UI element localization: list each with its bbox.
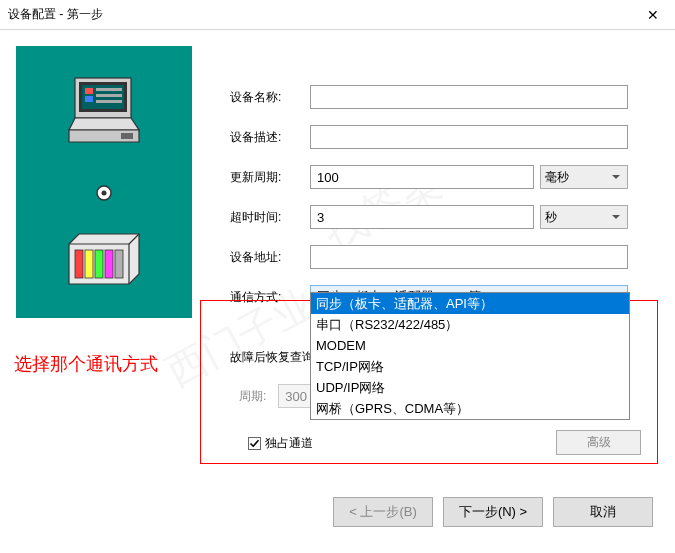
svg-rect-7: [96, 100, 122, 103]
computer-icon: [61, 70, 147, 156]
svg-point-10: [102, 190, 107, 195]
update-cycle-label: 更新周期:: [230, 169, 310, 186]
footer-buttons: < 上一步(B) 下一步(N) > 取消: [0, 497, 675, 527]
content-area: 找答案 西门子业 选择: [0, 30, 675, 66]
update-cycle-input[interactable]: [310, 165, 534, 189]
update-cycle-unit-select[interactable]: 毫秒: [540, 165, 628, 189]
timeout-unit-select[interactable]: 秒: [540, 205, 628, 229]
device-name-label: 设备名称:: [230, 89, 310, 106]
title-bar: 设备配置 - 第一步 ✕: [0, 0, 675, 30]
svg-rect-14: [105, 250, 113, 278]
advanced-button[interactable]: 高级: [556, 430, 641, 455]
annotation-text: 选择那个通讯方式: [14, 352, 158, 376]
form-area: 设备名称: 设备描述: 更新周期: 毫秒 超时时间: 秒 设备地址: 通信方式:…: [230, 84, 654, 324]
device-name-input[interactable]: [310, 85, 628, 109]
comm-mode-label: 通信方式:: [230, 289, 310, 306]
svg-rect-15: [115, 250, 123, 278]
fault-recover-label: 故障后恢复查询: [230, 349, 314, 366]
device-addr-label: 设备地址:: [230, 249, 310, 266]
next-button[interactable]: 下一步(N) >: [443, 497, 543, 527]
device-desc-label: 设备描述:: [230, 129, 310, 146]
comm-mode-option[interactable]: MODEM: [311, 335, 629, 356]
device-icon: [61, 230, 147, 294]
comm-mode-option[interactable]: 串口（RS232/422/485）: [311, 314, 629, 335]
timeout-input[interactable]: [310, 205, 534, 229]
window-title: 设备配置 - 第一步: [8, 6, 630, 23]
comm-mode-option[interactable]: 网桥（GPRS、CDMA等）: [311, 398, 629, 419]
close-button[interactable]: ✕: [630, 0, 675, 30]
svg-rect-4: [85, 96, 93, 102]
cycle-label: 周期:: [239, 388, 266, 405]
comm-mode-option[interactable]: UDP/IP网络: [311, 377, 629, 398]
exclusive-channel-label: 独占通道: [265, 435, 313, 452]
svg-rect-3: [85, 88, 93, 94]
device-addr-input[interactable]: [310, 245, 628, 269]
comm-mode-option[interactable]: TCP/IP网络: [311, 356, 629, 377]
exclusive-channel-checkbox[interactable]: [248, 437, 261, 450]
svg-rect-11: [75, 250, 83, 278]
back-button: < 上一步(B): [333, 497, 433, 527]
svg-rect-5: [96, 88, 122, 91]
device-desc-input[interactable]: [310, 125, 628, 149]
timeout-label: 超时时间:: [230, 209, 310, 226]
comm-mode-option[interactable]: 同步（板卡、适配器、API等）: [311, 293, 629, 314]
svg-rect-6: [96, 94, 122, 97]
cancel-button[interactable]: 取消: [553, 497, 653, 527]
comm-mode-options-list: 同步（板卡、适配器、API等） 串口（RS232/422/485） MODEM …: [310, 292, 630, 420]
illustration-panel: [16, 46, 192, 318]
svg-rect-12: [85, 250, 93, 278]
svg-rect-13: [95, 250, 103, 278]
connector-icon: [94, 183, 114, 203]
svg-rect-8: [121, 133, 133, 139]
